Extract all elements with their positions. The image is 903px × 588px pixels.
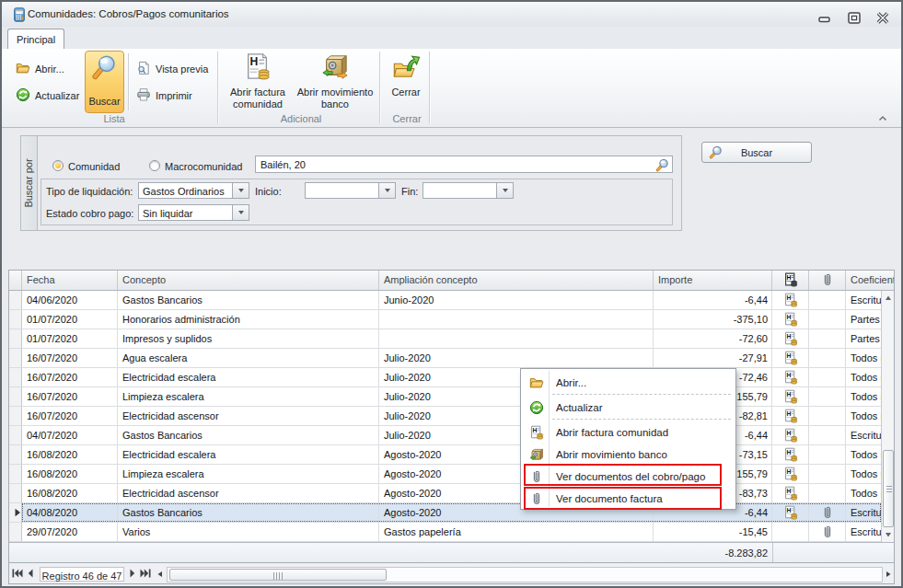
- cell-documentos[interactable]: [809, 503, 846, 523]
- menu-item[interactable]: Abrir factura comunidad: [522, 421, 735, 444]
- cell-ampliacion[interactable]: [379, 310, 654, 329]
- cell-ampliacion[interactable]: Gastos papelería: [379, 523, 654, 542]
- imprimir-button[interactable]: Imprimir: [136, 86, 212, 107]
- cell-coeficiente[interactable]: Partes: [846, 329, 881, 349]
- cell-documentos[interactable]: [809, 445, 846, 465]
- cell-concepto[interactable]: Gastos Bancarios: [118, 426, 379, 445]
- cell-coeficiente[interactable]: Escritura: [846, 503, 881, 523]
- hscroll-right-icon[interactable]: [885, 571, 892, 578]
- table-row[interactable]: 16/07/2020Limpieza escaleraJulio-2020155…: [9, 387, 894, 407]
- cell-documentos[interactable]: [809, 349, 846, 368]
- cell-coeficiente[interactable]: Escritura: [846, 523, 881, 542]
- scroll-down-button[interactable]: [882, 527, 895, 542]
- buscar-search-button[interactable]: Buscar: [701, 142, 812, 163]
- cerrar-button[interactable]: Cerrar: [385, 51, 427, 113]
- menu-item[interactable]: Ver documento factura: [522, 488, 735, 510]
- menu-item[interactable]: Abrir movimiento banco: [522, 444, 735, 466]
- table-row[interactable]: 29/07/2020VariosGastos papelería-15,45Es…: [9, 523, 894, 542]
- estado-cobro-pago-combo[interactable]: Sin liquidar: [138, 204, 249, 221]
- cell-coeficiente[interactable]: Todos mismo: [846, 445, 881, 465]
- table-row[interactable]: 16/07/2020Electricidad ascensorJulio-202…: [9, 407, 894, 426]
- cell-fecha[interactable]: 16/07/2020: [22, 387, 118, 407]
- cell-factura[interactable]: [772, 349, 809, 368]
- cell-concepto[interactable]: Gastos Bancarios: [118, 503, 379, 523]
- cell-coeficiente[interactable]: Todos mismo: [846, 465, 881, 484]
- menu-item[interactable]: Ver documentos del cobro/pago: [522, 466, 735, 488]
- cell-fecha[interactable]: 16/08/2020: [22, 484, 118, 503]
- cell-ampliacion[interactable]: Junio-2020: [379, 291, 654, 310]
- nav-next-icon[interactable]: [130, 569, 135, 578]
- cell-fecha[interactable]: 04/07/2020: [22, 426, 118, 445]
- search-field-magnifier-icon[interactable]: [655, 158, 669, 172]
- table-row[interactable]: 16/08/2020Electricidad ascensorAgosto-20…: [9, 484, 894, 503]
- horizontal-scrollbar[interactable]: [167, 567, 883, 582]
- table-row[interactable]: 04/07/2020Gastos BancariosJulio-2020-6,4…: [9, 426, 894, 445]
- cell-factura[interactable]: [772, 310, 809, 329]
- cell-coeficiente[interactable]: Todos mismo: [846, 484, 881, 503]
- cell-documentos[interactable]: [809, 407, 846, 426]
- table-row[interactable]: 04/08/2020Gastos BancariosAgosto-2020-6,…: [9, 503, 894, 523]
- menu-item[interactable]: Actualizar: [522, 397, 735, 419]
- cell-concepto[interactable]: Electricidad escalera: [118, 445, 379, 465]
- actualizar-button[interactable]: Actualizar: [16, 86, 82, 107]
- cell-fecha[interactable]: 29/07/2020: [22, 523, 118, 542]
- cell-fecha[interactable]: 04/06/2020: [22, 291, 118, 310]
- minimize-button-icon[interactable]: [817, 12, 832, 24]
- cell-documentos[interactable]: [809, 291, 846, 310]
- header-concepto[interactable]: Concepto: [118, 271, 379, 290]
- vertical-scrollbar[interactable]: [881, 291, 894, 542]
- cell-factura[interactable]: [772, 484, 809, 503]
- cell-factura[interactable]: [772, 291, 809, 310]
- table-row[interactable]: 01/07/2020Impresos y suplidos-72,60Parte…: [9, 329, 894, 349]
- fin-combo[interactable]: [423, 182, 514, 199]
- tipo-liquidacion-dropdown-icon[interactable]: [232, 183, 249, 198]
- table-row[interactable]: 01/07/2020Honorarios administración-375,…: [9, 310, 894, 329]
- cell-coeficiente[interactable]: Todos mismo: [846, 349, 881, 368]
- cell-coeficiente[interactable]: Todos mismo: [846, 407, 881, 426]
- cell-factura[interactable]: [772, 329, 809, 349]
- cell-factura[interactable]: [772, 503, 809, 523]
- cell-fecha[interactable]: 16/08/2020: [22, 445, 118, 465]
- table-row[interactable]: 16/07/2020Electricidad escaleraJulio-202…: [9, 368, 894, 387]
- cell-factura[interactable]: [772, 426, 809, 445]
- cell-factura[interactable]: [772, 368, 809, 387]
- table-row[interactable]: 16/08/2020Limpieza escaleraAgosto-202015…: [9, 465, 894, 484]
- header-coeficiente[interactable]: Coeficiente: [846, 271, 894, 290]
- cell-fecha[interactable]: 16/07/2020: [22, 407, 118, 426]
- cell-concepto[interactable]: Limpieza escalera: [118, 465, 379, 484]
- cell-documentos[interactable]: [809, 368, 846, 387]
- header-factura-icon-col[interactable]: [772, 271, 809, 290]
- abrir-button[interactable]: Abrir...: [16, 60, 82, 80]
- cell-importe[interactable]: -15,45: [654, 523, 772, 542]
- cell-factura[interactable]: [772, 523, 809, 542]
- cell-importe[interactable]: -27,91: [654, 349, 772, 368]
- cell-concepto[interactable]: Varios: [118, 523, 379, 542]
- cell-concepto[interactable]: Electricidad escalera: [118, 368, 379, 387]
- tab-principal[interactable]: Principal: [7, 29, 64, 51]
- cell-fecha[interactable]: 01/07/2020: [22, 329, 118, 349]
- cell-concepto[interactable]: Impresos y suplidos: [118, 329, 379, 349]
- cell-concepto[interactable]: Honorarios administración: [118, 310, 379, 329]
- ribbon-collapse-icon[interactable]: [876, 112, 889, 125]
- cell-concepto[interactable]: Limpieza escalera: [118, 387, 379, 407]
- tipo-liquidacion-combo[interactable]: Gastos Ordinarios: [138, 182, 249, 199]
- buscar-button[interactable]: Buscar: [85, 51, 124, 113]
- comunidad-radio[interactable]: [52, 160, 64, 171]
- cell-documentos[interactable]: [809, 523, 846, 542]
- cell-factura[interactable]: [772, 387, 809, 407]
- vertical-scroll-thumb[interactable]: [883, 450, 894, 527]
- header-fecha[interactable]: Fecha: [22, 271, 118, 290]
- cell-factura[interactable]: [772, 465, 809, 484]
- header-importe[interactable]: Importe: [654, 271, 772, 290]
- cell-fecha[interactable]: 16/07/2020: [22, 349, 118, 368]
- inicio-combo[interactable]: [305, 182, 396, 199]
- table-row[interactable]: 04/06/2020Gastos BancariosJunio-2020-6,4…: [9, 291, 894, 310]
- buscar-por-tab[interactable]: Buscar por: [20, 135, 37, 231]
- abrir-movimiento-banco-button[interactable]: Abrir movimiento banco: [294, 51, 376, 113]
- horizontal-scroll-thumb[interactable]: [169, 569, 387, 581]
- nav-last-icon[interactable]: [140, 569, 151, 578]
- cell-ampliacion[interactable]: [379, 329, 654, 349]
- cell-coeficiente[interactable]: Escritura: [846, 291, 881, 310]
- abrir-factura-comunidad-button[interactable]: Abrir factura comunidad: [223, 51, 293, 113]
- cell-documentos[interactable]: [809, 484, 846, 503]
